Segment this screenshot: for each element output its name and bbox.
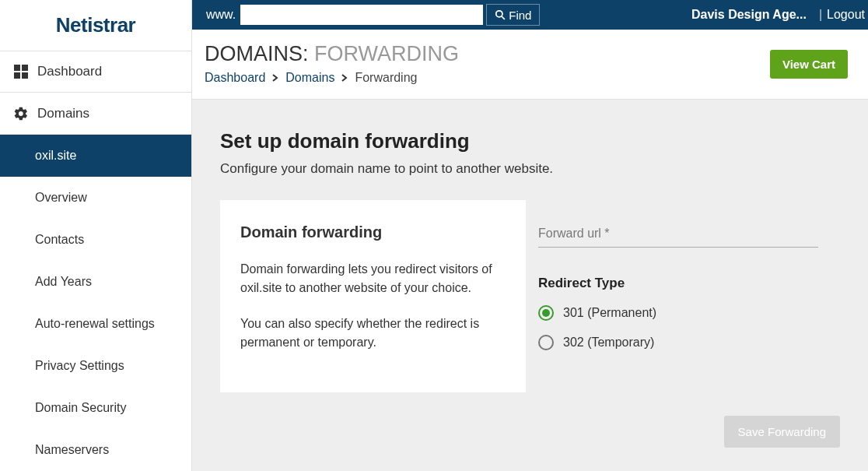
user-display[interactable]: Davis Design Age... [691, 8, 807, 22]
subnav-add-years-label: Add Years [35, 275, 92, 289]
radio-301-label: 301 (Permanent) [563, 306, 656, 320]
subnav-contacts-label: Contacts [35, 233, 84, 247]
subnav-privacy[interactable]: Privacy Settings [0, 345, 191, 387]
www-prefix: www. [206, 8, 236, 22]
brand-name: Netistrar [56, 13, 135, 37]
svg-rect-0 [14, 65, 20, 71]
svg-rect-3 [22, 72, 28, 79]
domain-search-input[interactable] [240, 5, 483, 25]
page-title: DOMAINS: FORWARDING [205, 42, 459, 66]
subnav-contacts[interactable]: Contacts [0, 219, 191, 261]
svg-rect-2 [14, 72, 20, 79]
search-icon [495, 9, 506, 20]
radio-302-label: 302 (Temporary) [563, 336, 654, 350]
forwarding-info-para1: Domain forwarding lets you redirect visi… [240, 260, 506, 297]
forwarding-form-panel: Forward url * Redirect Type 301 (Permane… [526, 200, 840, 392]
content-area: Set up domain forwarding Configure your … [192, 100, 868, 471]
brand-logo[interactable]: Netistrar [0, 0, 191, 51]
svg-line-5 [502, 16, 505, 19]
radio-302-temporary[interactable]: 302 (Temporary) [538, 335, 828, 350]
forwarding-info-para2: You can also specify whether the redirec… [240, 315, 506, 352]
view-cart-button[interactable]: View Cart [770, 50, 848, 79]
subnav-overview[interactable]: Overview [0, 177, 191, 219]
nav-dashboard[interactable]: Dashboard [0, 51, 191, 93]
nav-dashboard-label: Dashboard [37, 64, 102, 79]
topbar-separator: | [819, 8, 822, 22]
subnav-current-domain[interactable]: oxil.site [0, 135, 191, 177]
nav-domains[interactable]: Domains [0, 93, 191, 135]
redirect-type-label: Redirect Type [538, 276, 828, 291]
logout-link[interactable]: Logout [827, 8, 865, 22]
dashboard-icon [12, 63, 30, 80]
domains-subnav: oxil.site Overview Contacts Add Years Au… [0, 135, 191, 471]
sidebar: Netistrar Dashboard Domains oxil.site Ov… [0, 0, 192, 471]
subnav-auto-renewal-label: Auto-renewal settings [35, 317, 155, 331]
save-forwarding-button[interactable]: Save Forwarding [724, 416, 840, 448]
svg-point-4 [496, 11, 502, 17]
find-button-label: Find [509, 9, 531, 22]
forwarding-info-panel: Domain forwarding Domain forwarding lets… [220, 200, 526, 392]
radio-icon [538, 305, 554, 321]
page-title-suffix: FORWARDING [314, 42, 459, 65]
breadcrumb-current: Forwarding [355, 71, 417, 85]
subnav-security[interactable]: Domain Security [0, 387, 191, 429]
subnav-nameservers-label: Nameservers [35, 443, 109, 457]
content-heading: Set up domain forwarding [220, 129, 840, 153]
breadcrumb-dashboard[interactable]: Dashboard [205, 71, 265, 85]
subnav-security-label: Domain Security [35, 401, 126, 415]
subnav-add-years[interactable]: Add Years [0, 261, 191, 303]
topbar: www. Find Davis Design Age... | Logout [192, 0, 868, 30]
forward-url-input[interactable] [538, 223, 818, 248]
chevron-right-icon [341, 74, 348, 82]
nav-domains-label: Domains [37, 106, 89, 121]
find-button[interactable]: Find [486, 4, 540, 26]
page-header: DOMAINS: FORWARDING Dashboard Domains Fo… [192, 30, 868, 100]
chevron-right-icon [271, 74, 279, 82]
subnav-overview-label: Overview [35, 191, 87, 205]
main-area: www. Find Davis Design Age... | Logout D… [192, 0, 868, 471]
radio-301-permanent[interactable]: 301 (Permanent) [538, 305, 828, 321]
forwarding-panel: Domain forwarding Domain forwarding lets… [220, 200, 840, 392]
radio-icon [538, 335, 554, 350]
subnav-auto-renewal[interactable]: Auto-renewal settings [0, 303, 191, 345]
subnav-privacy-label: Privacy Settings [35, 359, 124, 373]
forward-url-field: Forward url * [538, 223, 818, 248]
gear-icon [12, 105, 30, 122]
forwarding-info-title: Domain forwarding [240, 223, 506, 241]
subnav-current-domain-label: oxil.site [35, 149, 76, 163]
content-subheading: Configure your domain name to point to a… [220, 161, 840, 177]
page-title-prefix: DOMAINS: [205, 42, 309, 65]
breadcrumb-domains[interactable]: Domains [285, 71, 334, 85]
svg-rect-1 [22, 65, 28, 71]
subnav-nameservers[interactable]: Nameservers [0, 429, 191, 471]
breadcrumb: Dashboard Domains Forwarding [205, 71, 459, 85]
save-row: Save Forwarding [220, 416, 840, 448]
